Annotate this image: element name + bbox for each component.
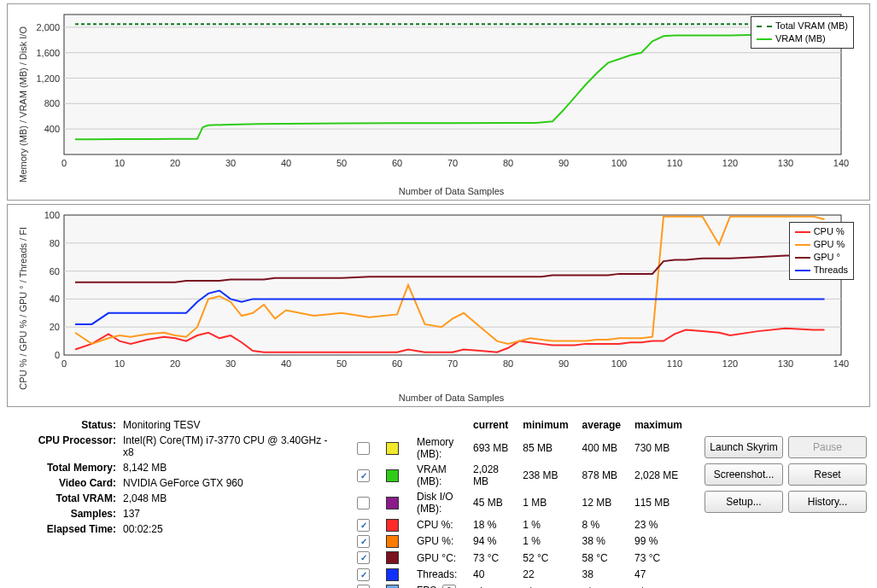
metric-checkbox[interactable]: ✓ xyxy=(357,535,370,548)
svg-text:120: 120 xyxy=(722,158,738,168)
svg-text:130: 130 xyxy=(778,358,793,369)
svg-text:130: 130 xyxy=(778,158,793,168)
color-swatch[interactable] xyxy=(386,497,399,509)
svg-text:140: 140 xyxy=(833,158,849,168)
value-samples: 137 xyxy=(120,506,335,521)
metric-checkbox[interactable]: ✓ xyxy=(357,568,370,581)
metric-average: 58 °C xyxy=(576,550,628,566)
metric-average: 878 MB xyxy=(576,462,628,489)
label-gpu: Video Card: xyxy=(10,475,120,491)
color-swatch[interactable] xyxy=(386,469,399,482)
color-swatch[interactable] xyxy=(386,442,399,455)
action-buttons: Launch Skyrim Pause Screenshot... Reset … xyxy=(705,417,867,588)
metric-maximum: 115 MB xyxy=(628,489,689,516)
svg-text:0: 0 xyxy=(61,158,67,168)
launch-button[interactable]: Launch Skyrim xyxy=(705,436,783,458)
metric-checkbox[interactable]: ✓ xyxy=(357,585,370,588)
svg-text:70: 70 xyxy=(447,358,458,369)
metric-average: 12 MB xyxy=(576,489,628,516)
value-elapsed: 00:02:25 xyxy=(120,521,335,537)
svg-text:120: 120 xyxy=(722,358,738,369)
value-status: Monitoring TESV xyxy=(120,417,335,433)
svg-text:100: 100 xyxy=(611,358,627,369)
metric-checkbox[interactable]: ✓ xyxy=(357,519,370,532)
label-status: Status: xyxy=(10,417,120,433)
metric-current: 40 xyxy=(466,566,516,582)
metric-maximum: 23 % xyxy=(628,516,689,533)
vram-chart-panel: Memory (MB) / VRAM (MB) / Disk I/O 40080… xyxy=(7,3,870,201)
value-memory: 8,142 MB xyxy=(120,460,335,475)
metric-current: n/a xyxy=(466,583,516,588)
svg-text:1,600: 1,600 xyxy=(36,48,60,58)
metric-checkbox[interactable]: ✓ xyxy=(357,551,370,564)
metric-minimum: 22 xyxy=(516,566,575,582)
pause-button[interactable]: Pause xyxy=(788,436,867,458)
svg-text:40: 40 xyxy=(281,158,291,168)
svg-text:20: 20 xyxy=(50,322,60,332)
label-elapsed: Elapsed Time: xyxy=(10,521,120,537)
svg-text:60: 60 xyxy=(392,158,402,168)
svg-text:140: 140 xyxy=(833,358,849,369)
color-swatch[interactable] xyxy=(386,551,399,564)
svg-text:80: 80 xyxy=(503,158,513,168)
svg-text:50: 50 xyxy=(336,358,347,369)
legend-total-vram: Total VRAM (MB) xyxy=(775,20,848,31)
legend-vram: VRAM (MB) xyxy=(775,33,826,44)
svg-text:70: 70 xyxy=(447,158,458,168)
metric-name: FPS:? xyxy=(410,583,466,588)
metric-minimum: n/a xyxy=(516,583,575,588)
color-swatch[interactable] xyxy=(386,519,399,532)
metric-row: ✓FPS:?n/an/an/an/a xyxy=(350,583,689,588)
chart1-legend: Total VRAM (MB) VRAM (MB) xyxy=(751,16,854,49)
metric-maximum: n/a xyxy=(628,583,689,588)
svg-text:50: 50 xyxy=(336,158,347,168)
metric-name: GPU °C: xyxy=(410,550,466,566)
metric-maximum: 730 MB xyxy=(628,434,689,462)
metric-current: 2,028 MB xyxy=(466,462,516,489)
metric-checkbox[interactable]: ✓ xyxy=(357,497,370,509)
metrics-table: current minimum average maximum ✓Memory … xyxy=(350,417,689,588)
svg-text:60: 60 xyxy=(50,265,60,276)
metric-row: ✓GPU °C:73 °C52 °C58 °C73 °C xyxy=(350,550,689,566)
reset-button[interactable]: Reset xyxy=(788,463,867,486)
metric-current: 18 % xyxy=(466,516,516,533)
chart2-legend: CPU % GPU % GPU ° Threads xyxy=(789,222,854,280)
legend-threads: Threads xyxy=(814,265,848,275)
metric-row: ✓CPU %:18 %1 %8 %23 % xyxy=(350,516,689,533)
svg-text:80: 80 xyxy=(50,238,60,248)
svg-text:10: 10 xyxy=(114,358,125,369)
legend-cpu: CPU % xyxy=(814,226,845,236)
metric-row: ✓VRAM (MB):2,028 MB238 MB878 MB2,028 ME xyxy=(350,462,689,489)
screenshot-button[interactable]: Screenshot... xyxy=(705,463,783,486)
metric-name: CPU %: xyxy=(410,516,466,533)
metric-name: VRAM (MB): xyxy=(410,462,466,489)
metric-maximum: 73 °C xyxy=(628,550,689,566)
metric-checkbox[interactable]: ✓ xyxy=(357,469,370,482)
svg-text:110: 110 xyxy=(667,358,682,369)
label-cpu: CPU Processor: xyxy=(10,433,120,460)
history-button[interactable]: History... xyxy=(788,491,867,513)
help-icon[interactable]: ? xyxy=(442,585,456,588)
setup-button[interactable]: Setup... xyxy=(705,491,783,513)
label-memory: Total Memory: xyxy=(10,460,120,475)
svg-text:100: 100 xyxy=(44,210,60,220)
metric-maximum: 2,028 ME xyxy=(628,462,689,489)
metric-checkbox[interactable]: ✓ xyxy=(357,442,370,455)
metric-current: 45 MB xyxy=(466,489,516,516)
metric-minimum: 85 MB xyxy=(516,434,575,462)
metric-minimum: 1 % xyxy=(516,533,575,550)
chart2-ylabel: CPU % / GPU % / GPU ° / Threads / FI xyxy=(16,210,30,395)
svg-text:110: 110 xyxy=(667,158,682,168)
svg-text:20: 20 xyxy=(170,358,180,369)
color-swatch[interactable] xyxy=(386,568,399,581)
metric-average: 38 % xyxy=(576,533,628,550)
color-swatch[interactable] xyxy=(386,535,399,548)
cpu-gpu-chart-panel: CPU % / GPU % / GPU ° / Threads / FI 020… xyxy=(7,204,870,408)
metric-maximum: 47 xyxy=(628,566,689,582)
chart1-canvas: 4008001,2001,6002,0000102030405060708090… xyxy=(30,9,850,173)
svg-text:90: 90 xyxy=(558,158,569,168)
color-swatch[interactable] xyxy=(386,585,399,588)
svg-text:60: 60 xyxy=(392,358,402,369)
svg-text:0: 0 xyxy=(61,358,67,369)
svg-text:30: 30 xyxy=(225,158,236,168)
